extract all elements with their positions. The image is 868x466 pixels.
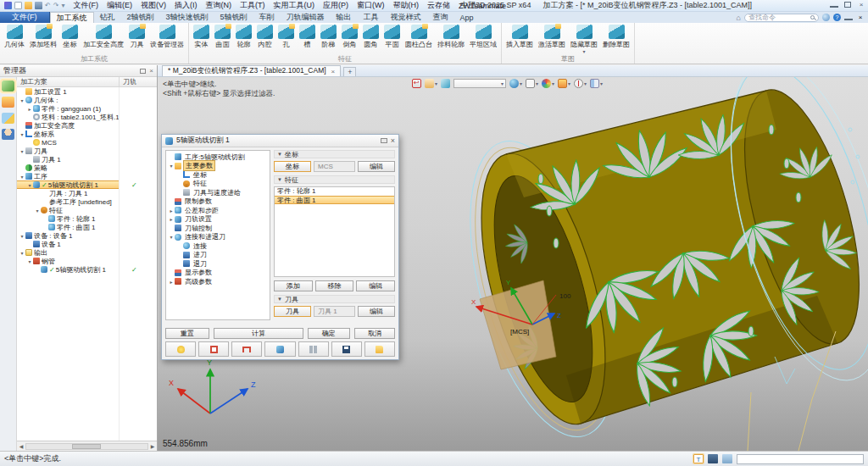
tree-row[interactable]: ▾几何体 :	[17, 96, 157, 104]
ribbon-button[interactable]: 内腔	[254, 24, 275, 49]
expander-icon[interactable]: ▾	[19, 174, 25, 180]
filter-icon[interactable]	[441, 79, 450, 88]
color-style-icon[interactable]	[542, 79, 551, 88]
menu-item[interactable]: 查询(N)	[201, 0, 236, 11]
exit-command-icon[interactable]	[412, 79, 421, 88]
tree-row[interactable]: 策略	[17, 164, 157, 172]
scroll-right-icon[interactable]: ▶	[148, 443, 157, 449]
expander-icon[interactable]: ▾	[19, 148, 25, 154]
ribbon-button[interactable]: 隐藏草图▾	[568, 24, 600, 53]
redo-icon[interactable]: ↷	[53, 2, 59, 9]
ribbon-button[interactable]: 阶梯	[318, 24, 339, 49]
ribbon-tab[interactable]: 视觉样式	[385, 12, 427, 23]
tree-row[interactable]: ▾✓5轴驱动线切割 1✓	[17, 180, 157, 189]
open-file-icon[interactable]	[25, 2, 32, 9]
column-plan[interactable]: 加工方案	[17, 77, 120, 86]
shading-mode-icon[interactable]	[509, 79, 519, 88]
help-icon[interactable]: ?	[833, 14, 841, 21]
ribbon-button[interactable]: 删除草图	[600, 24, 632, 49]
expander-icon[interactable]: ▾	[19, 97, 25, 103]
document-tab[interactable]: * M_20iB变位机钢管程序.Z3 - [table2.1001_CAM] ×	[162, 65, 341, 76]
menu-item[interactable]: 编辑(E)	[103, 0, 136, 11]
dialog-tree-row[interactable]: ▾连接和进退刀	[166, 233, 270, 242]
new-tab-button[interactable]: +	[343, 67, 356, 76]
library-button[interactable]	[264, 341, 295, 357]
ribbon-tab[interactable]: 刀轨编辑器	[281, 12, 331, 23]
tree-row[interactable]: 坯料 : table2.1001_坯料.1 (2)	[17, 113, 157, 121]
tree-row[interactable]: ▾输出	[17, 248, 157, 257]
restore-button[interactable]	[364, 341, 395, 357]
toolpath-edit-button[interactable]	[231, 341, 262, 357]
dialog-tree-row[interactable]: ▸高级参数	[166, 277, 270, 286]
ribbon-button[interactable]: 轮廓	[233, 24, 254, 49]
drive-surface-highlight[interactable]	[480, 280, 556, 369]
dialog-tree-row[interactable]: ▸刀轨设置	[166, 215, 270, 225]
expander-icon[interactable]: ▾	[19, 233, 25, 239]
panel-close-icon[interactable]: ×	[149, 67, 153, 75]
tree-row[interactable]: ▾刀具	[17, 147, 157, 155]
feature-list-item[interactable]: 零件 : 曲面 1	[275, 196, 394, 204]
pin-icon[interactable]	[381, 138, 387, 143]
menu-item[interactable]: 插入(I)	[170, 0, 202, 11]
feature-list[interactable]: 零件 : 轮廓 1零件 : 曲面 1	[274, 186, 395, 277]
dialog-tree-row[interactable]: 刀轴控制	[166, 224, 270, 233]
ribbon-button[interactable]: 倒角	[339, 24, 360, 49]
ribbon-tab[interactable]: 工具	[358, 12, 385, 23]
tree-row[interactable]: MCS	[17, 138, 157, 147]
dialog-tree-row[interactable]: 进刀	[166, 251, 270, 260]
minimize-button[interactable]	[830, 3, 838, 8]
history-tab-icon[interactable]	[2, 97, 14, 108]
ribbon-button[interactable]: 圆角	[360, 24, 381, 49]
ribbon-button[interactable]: 激活草图	[536, 24, 568, 49]
scrollbar-thumb[interactable]	[72, 444, 101, 449]
expander-icon[interactable]: ▾	[19, 131, 25, 137]
expander-icon[interactable]: ▾	[34, 208, 41, 214]
stock-display-icon[interactable]	[558, 79, 567, 88]
doc-minimize-button[interactable]	[844, 15, 853, 20]
menu-item[interactable]: 文件(F)	[69, 0, 103, 11]
dialog-tree-row[interactable]: 特征	[166, 180, 270, 189]
expander-icon[interactable]: ▾	[168, 163, 175, 169]
scrollbar-track[interactable]	[25, 443, 148, 450]
save-icon[interactable]	[35, 2, 42, 9]
status-input-field[interactable]	[737, 454, 864, 464]
pipe-model[interactable]	[457, 78, 868, 437]
file-menu-button[interactable]: 文件(F)	[0, 12, 50, 23]
ribbon-button[interactable]: 平坦区域	[467, 24, 499, 49]
horizontal-scrollbar[interactable]: ◀ ▶	[17, 441, 157, 451]
ribbon-button[interactable]: 排料轮廓	[435, 24, 467, 49]
dialog-tree-row[interactable]: 退刀	[166, 259, 270, 269]
feature-list-item[interactable]: 零件 : 轮廓 1	[275, 187, 394, 196]
feature-section-header[interactable]: ▼特征	[274, 175, 395, 184]
ribbon-tab[interactable]: 3轴快速铣削	[160, 12, 214, 23]
dialog-tree-row[interactable]: 工序:5轴驱动线切割	[166, 153, 270, 162]
window-mode-icon[interactable]	[722, 454, 732, 463]
coord-pick-button[interactable]: 坐标	[274, 161, 311, 172]
dialog-tree-row[interactable]: ▾主要参数	[166, 162, 270, 171]
feature-edit-button[interactable]: 编辑	[356, 280, 395, 291]
tab-close-icon[interactable]: ×	[331, 68, 336, 75]
ribbon-button[interactable]: 槽	[297, 24, 318, 49]
tree-row[interactable]: 加工安全高度	[17, 121, 157, 130]
new-file-icon[interactable]	[14, 2, 22, 9]
tree-row[interactable]: ▾钢管	[17, 257, 157, 265]
tool-pick-button[interactable]: 刀具	[274, 306, 311, 317]
tool-section-header[interactable]: ▼刀具	[274, 295, 395, 303]
tree-row[interactable]: 零件 : 轮廓 1	[17, 214, 157, 223]
view-tab-icon[interactable]	[2, 113, 14, 124]
menu-item[interactable]: 应用(P)	[319, 0, 353, 11]
tree-row[interactable]: 加工设置 1	[17, 87, 157, 96]
ribbon-button[interactable]: 圆柱凸台	[403, 24, 435, 49]
dialog-tree-row[interactable]: 显示参数	[166, 269, 270, 278]
dialog-tree-row[interactable]: 连接	[166, 241, 270, 251]
tree-row[interactable]: ▾坐标系	[17, 130, 157, 138]
close-button[interactable]: ×	[857, 1, 865, 8]
dialog-titlebar[interactable]: 5轴驱动线切割 1 ×	[162, 135, 398, 147]
dialog-tree-row[interactable]: 刀具与速度进给	[166, 188, 270, 197]
window-layout-icon[interactable]	[590, 79, 599, 88]
hint-button[interactable]	[165, 341, 196, 357]
wireframe-mode-icon[interactable]	[526, 79, 535, 88]
tools-button[interactable]	[298, 341, 329, 357]
cam-manager-tab-icon[interactable]	[2, 80, 14, 92]
ribbon-tab[interactable]: App	[454, 12, 480, 23]
